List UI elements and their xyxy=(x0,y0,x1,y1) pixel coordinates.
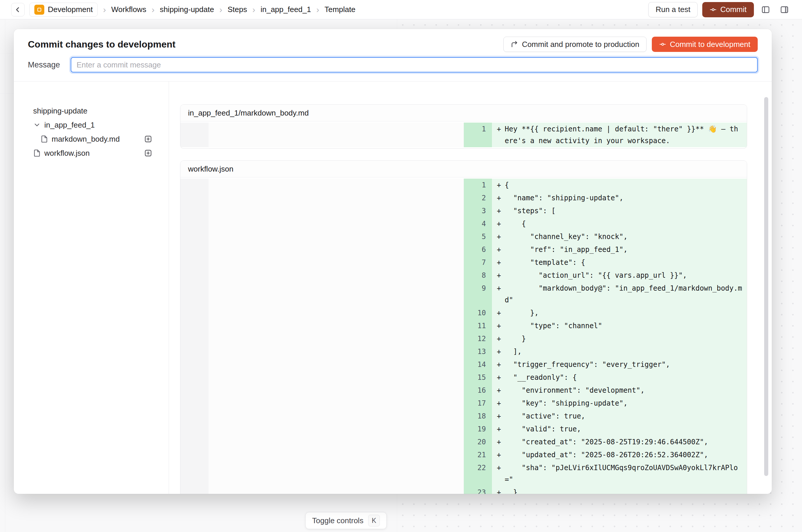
toggle-controls-button[interactable]: Toggle controls K xyxy=(305,512,387,529)
diff-added-sign: + xyxy=(492,123,505,147)
panel-right-icon xyxy=(780,5,789,14)
diff-line-number: 23 xyxy=(464,486,492,494)
diff-line-text: "name": "shipping-update", xyxy=(505,192,747,204)
diff-content: 1+Hey **{{ recipient.name | default: "th… xyxy=(181,121,747,148)
diff-line-number: 9 xyxy=(464,282,492,306)
breadcrumb-workflows[interactable]: Workflows xyxy=(111,5,146,14)
diff-line-text: "type": "channel" xyxy=(505,320,747,332)
tree-folder-label: in_app_feed_1 xyxy=(44,120,95,130)
message-label: Message xyxy=(28,60,71,70)
breadcrumb-environment-label: Development xyxy=(48,5,93,14)
diff-line-number: 1 xyxy=(464,178,492,191)
diff-line: 16+ "environment": "development", xyxy=(181,384,747,397)
breadcrumb-separator: › xyxy=(151,5,155,14)
tree-item-workflow-root[interactable]: shipping-update xyxy=(33,104,152,118)
commit-dialog: Commit changes to development Commit and… xyxy=(14,29,772,494)
commit-message-input[interactable] xyxy=(71,57,758,73)
diff-added-sign: + xyxy=(492,372,505,383)
breadcrumb-separator: › xyxy=(102,5,107,14)
commit-message-row: Message xyxy=(14,55,772,81)
diff-line: 5+ "channel_key": "knock", xyxy=(181,230,747,243)
diff-line-number: 10 xyxy=(464,306,492,319)
app-screen: Toggle controls K Development › Workflow… xyxy=(0,0,802,532)
commit-button[interactable]: Commit xyxy=(702,2,754,17)
diff-content: 1+{2+ "name": "shipping-update",3+ "step… xyxy=(181,177,747,494)
diff-line-text: ], xyxy=(505,346,747,358)
diff-line: 23+ } xyxy=(181,486,747,494)
diff-line: 3+ "steps": [ xyxy=(181,204,747,217)
modal-scrollbar[interactable] xyxy=(764,97,768,476)
back-button[interactable] xyxy=(11,3,25,16)
diff-card-markdown-body: in_app_feed_1/markdown_body.md 1+Hey **{… xyxy=(180,104,747,149)
diff-added-sign: + xyxy=(492,436,505,448)
toggle-left-panel-button[interactable] xyxy=(759,3,773,17)
diff-line-text: { xyxy=(505,218,747,230)
diff-line: 11+ "type": "channel" xyxy=(181,319,747,332)
diff-line-text: "updated_at": "2025-08-26T20:26:52.36400… xyxy=(505,449,747,461)
diff-line-number: 21 xyxy=(464,449,492,461)
diff-line-text: "steps": [ xyxy=(505,205,747,217)
diff-line-text: "markdown_body@": "in_app_feed_1/markdow… xyxy=(505,282,747,306)
diff-line-text: "channel_key": "knock", xyxy=(505,231,747,243)
diff-line: 1+{ xyxy=(181,178,747,191)
file-icon xyxy=(33,149,41,157)
diff-line-text: "created_at": "2025-08-25T19:29:46.64450… xyxy=(505,436,747,448)
diff-line-number: 16 xyxy=(464,384,492,397)
breadcrumb-template: Template xyxy=(324,5,356,14)
diff-file-name: in_app_feed_1/markdown_body.md xyxy=(188,109,309,118)
tree-item-workflow-file[interactable]: workflow.json xyxy=(33,146,152,160)
diff-line-number: 22 xyxy=(464,461,492,486)
changed-files-tree: shipping-update in_app_feed_1 markdown_b… xyxy=(14,81,169,494)
diff-line: 15+ "__readonly": { xyxy=(181,371,747,384)
diff-line: 1+Hey **{{ recipient.name | default: "th… xyxy=(181,122,747,147)
diff-line-text: "key": "shipping-update", xyxy=(505,397,747,409)
diff-line-text: "template": { xyxy=(505,256,747,268)
diff-line: 9+ "markdown_body@": "in_app_feed_1/mark… xyxy=(181,282,747,306)
diff-added-sign: + xyxy=(492,487,505,494)
diff-line-number: 19 xyxy=(464,423,492,436)
diff-line: 4+ { xyxy=(181,217,747,230)
diff-line-number: 17 xyxy=(464,397,492,410)
tree-item-markdown-file[interactable]: markdown_body.md xyxy=(33,132,152,146)
chevron-left-icon xyxy=(14,5,22,14)
toggle-controls-label: Toggle controls xyxy=(312,516,363,525)
diff-line-text: "active": true, xyxy=(505,410,747,422)
diff-line: 22+ "sha": "pJeLVir6xIlUCMGqs9qroZoUAVDS… xyxy=(181,461,747,486)
dialog-title: Commit changes to development xyxy=(28,39,175,50)
diff-added-sign: + xyxy=(492,282,505,306)
panel-left-icon xyxy=(761,5,770,14)
diff-line-number: 11 xyxy=(464,319,492,332)
diff-added-sign: + xyxy=(492,269,505,281)
diff-line-number: 14 xyxy=(464,358,492,371)
environment-selector[interactable]: Development xyxy=(29,3,98,17)
breadcrumb-separator: › xyxy=(316,5,320,14)
diff-added-sign: + xyxy=(492,179,505,191)
run-test-button[interactable]: Run a test xyxy=(648,2,698,17)
file-icon xyxy=(40,135,48,143)
diff-file-header[interactable]: workflow.json xyxy=(181,161,747,177)
diff-added-sign: + xyxy=(492,244,505,255)
diff-line: 19+ "valid": true, xyxy=(181,423,747,436)
diff-line-text: } xyxy=(505,333,747,345)
diff-added-sign: + xyxy=(492,218,505,230)
diff-added-sign: + xyxy=(492,423,505,435)
breadcrumb-separator: › xyxy=(252,5,256,14)
diff-line: 7+ "template": { xyxy=(181,256,747,269)
toggle-right-panel-button[interactable] xyxy=(777,3,791,17)
diff-file-header[interactable]: in_app_feed_1/markdown_body.md xyxy=(181,105,747,121)
breadcrumb-steps[interactable]: Steps xyxy=(228,5,247,14)
tree-item-step-folder[interactable]: in_app_feed_1 xyxy=(33,118,152,132)
diff-line: 6+ "ref": "in_app_feed_1", xyxy=(181,243,747,256)
commit-and-promote-button[interactable]: Commit and promote to production xyxy=(503,37,647,52)
diff-added-sign: + xyxy=(492,346,505,358)
tree-file-label: workflow.json xyxy=(44,149,90,158)
diff-added-sign: + xyxy=(492,462,505,486)
diff-added-sign: + xyxy=(492,231,505,243)
commit-to-development-button[interactable]: Commit to development xyxy=(652,37,758,52)
diff-added-sign: + xyxy=(492,384,505,396)
breadcrumb-step-ref[interactable]: in_app_feed_1 xyxy=(260,5,311,14)
breadcrumb-workflow-key[interactable]: shipping-update xyxy=(160,5,214,14)
diff-line-number: 3 xyxy=(464,204,492,217)
diff-line-text: "ref": "in_app_feed_1", xyxy=(505,244,747,255)
breadcrumb: Development › Workflows › shipping-updat… xyxy=(11,3,356,17)
